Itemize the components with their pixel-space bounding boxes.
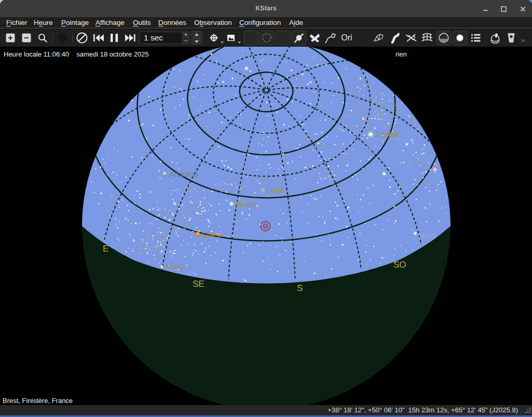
svg-text:Sirius: Sirius bbox=[418, 231, 436, 240]
svg-text:Mars: Mars bbox=[166, 262, 183, 271]
svg-text:SE: SE bbox=[193, 279, 204, 289]
svg-text:E: E bbox=[103, 244, 108, 254]
svg-text:Lune: Lune bbox=[267, 186, 284, 194]
svg-text:SO: SO bbox=[393, 260, 406, 270]
svg-text:Jupiter: Jupiter bbox=[375, 130, 398, 138]
svg-text:S: S bbox=[297, 283, 303, 293]
svg-text:Arcturus: Arcturus bbox=[169, 170, 198, 178]
svg-text:Vénus: Vénus bbox=[235, 200, 257, 208]
svg-text:Soleil: Soleil bbox=[202, 230, 221, 239]
